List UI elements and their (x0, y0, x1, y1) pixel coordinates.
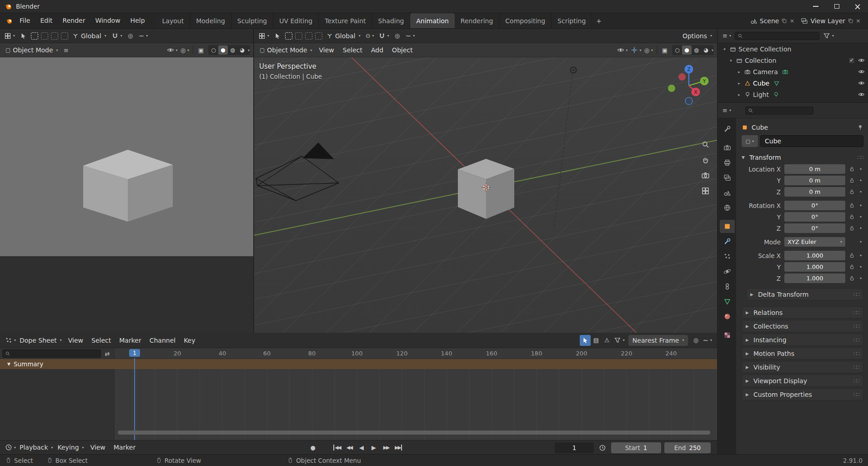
disclosure-icon[interactable]: ▾ (728, 58, 734, 63)
eye-icon[interactable] (858, 91, 865, 98)
unlink-scene-icon[interactable]: × (789, 17, 794, 24)
outliner-row-light[interactable]: ▸ Light (718, 89, 868, 100)
horizontal-scrollbar[interactable] (118, 431, 710, 435)
jump-to-end-button[interactable]: ▶▶ (393, 442, 404, 453)
lock-icon[interactable] (848, 166, 856, 172)
panel-custom-properties[interactable]: ▶ Custom Properties ∷∷ (742, 388, 863, 400)
snap-toggle-button[interactable]: ▾ (377, 30, 391, 41)
select-mode-extend-button[interactable] (41, 32, 48, 40)
channel-filter-button[interactable]: ⇄ (103, 350, 112, 358)
maximize-button[interactable] (826, 0, 847, 13)
tab-modeling[interactable]: Modeling (190, 13, 231, 28)
disclosure-icon[interactable]: ▾ (722, 47, 728, 51)
tab-shading[interactable]: Shading (372, 13, 411, 28)
tab-texture-paint[interactable]: Texture Paint (319, 13, 372, 28)
xray-toggle-button[interactable]: ▣ (659, 45, 670, 56)
eye-icon[interactable] (858, 68, 865, 75)
select-mode-extend-button[interactable] (295, 32, 302, 40)
tab-modifiers[interactable] (720, 235, 735, 248)
auto-keying-button[interactable]: ● (307, 442, 319, 453)
shading-material-button[interactable]: ◍ (228, 46, 237, 55)
next-keyframe-button[interactable]: ▶▶ (381, 442, 392, 453)
animate-dot[interactable]: • (858, 239, 863, 245)
editor-type-button[interactable]: ▾ (257, 30, 271, 41)
tab-view-layer[interactable] (720, 171, 735, 184)
summary-channel-row[interactable]: ▼ Summary (0, 359, 717, 369)
menu-view[interactable]: View (64, 337, 87, 344)
editor-type-button[interactable]: ≡▾ (721, 105, 733, 116)
id-type-button[interactable]: ▢▾ (742, 135, 758, 147)
outliner-row-scene-collection[interactable]: ▾ Scene Collection (718, 43, 868, 55)
menu-select[interactable]: Select (339, 46, 366, 54)
pivot-point-dropdown[interactable]: ⊙▾ (364, 30, 376, 41)
tab-object[interactable] (720, 220, 735, 233)
transform-panel-header[interactable]: ▼ Transform ∷∷ (742, 152, 863, 163)
menu-marker[interactable]: Marker (115, 337, 145, 344)
panel-delta-transform[interactable]: ▶ Delta Transform ∷∷ (746, 288, 863, 300)
rotation-x-field[interactable]: 0° (784, 201, 845, 210)
disclosure-icon[interactable]: ▸ (736, 70, 742, 74)
playhead-frame-badge[interactable]: 1 (129, 349, 140, 357)
show-hidden-toggle[interactable]: ▤ (591, 335, 602, 346)
scale-z-field[interactable]: 1.000 (784, 274, 845, 283)
menu-window[interactable]: Window (90, 13, 125, 28)
animate-dot[interactable]: • (858, 225, 863, 232)
close-button[interactable]: × (847, 0, 868, 13)
tab-material[interactable] (720, 310, 735, 323)
lock-icon[interactable] (848, 214, 856, 220)
menu-key[interactable]: Key (180, 337, 199, 344)
rotation-z-field[interactable]: 0° (784, 223, 845, 233)
gizmo-axis-y-neg[interactable] (668, 85, 675, 92)
eye-icon[interactable] (858, 80, 865, 86)
animate-dot[interactable]: • (858, 177, 863, 184)
editor-type-button[interactable]: ▾ (3, 30, 16, 41)
proportional-falloff-button[interactable]: ~▾ (137, 30, 150, 41)
outside-camera-region[interactable] (0, 256, 253, 333)
orientation-dropdown[interactable]: Global ▾ (324, 32, 363, 40)
add-workspace-button[interactable]: + (592, 13, 606, 28)
select-mode-subtract-button[interactable] (51, 32, 58, 40)
gizmo-axis-z-neg[interactable] (685, 97, 692, 105)
lock-icon[interactable] (848, 275, 856, 281)
play-button[interactable]: ▶ (368, 442, 380, 453)
use-preview-range-button[interactable] (597, 442, 608, 453)
mode-dropdown[interactable]: ▢ Object Mode ▾ (3, 46, 60, 54)
menu-file[interactable]: File (15, 13, 35, 28)
visibility-dropdown[interactable]: ▾ (166, 45, 179, 56)
xray-toggle-button[interactable]: ▣ (196, 45, 206, 56)
proportional-editing-button[interactable]: ◎ (392, 30, 403, 41)
lock-icon[interactable] (848, 225, 856, 231)
options-dropdown[interactable]: Options ▾ (680, 32, 714, 40)
zoom-tool-icon[interactable] (701, 140, 710, 149)
object-name-field[interactable]: Cube (760, 135, 863, 147)
tab-animation[interactable]: Animation (410, 13, 454, 28)
panel-relations[interactable]: ▶ Relations ∷∷ (742, 306, 863, 319)
show-errors-toggle[interactable]: ⚠ (602, 335, 612, 346)
disclosure-icon[interactable]: ▸ (736, 92, 742, 97)
overlays-dropdown[interactable]: ◎▾ (643, 45, 654, 56)
shading-rendered-button[interactable]: ◕ (237, 46, 247, 55)
minimize-button[interactable] (805, 0, 826, 13)
lock-icon[interactable] (848, 203, 856, 208)
channel-search-input[interactable] (12, 350, 98, 357)
snap-toggle-button[interactable]: ▾ (110, 30, 124, 41)
menu-channel[interactable]: Channel (146, 337, 180, 344)
shading-wireframe-button[interactable]: ○ (672, 46, 682, 55)
header-menu-button[interactable]: ≡ (61, 45, 72, 56)
tab-world[interactable] (720, 201, 735, 214)
animate-dot[interactable]: • (858, 275, 863, 282)
tab-texture[interactable] (720, 329, 735, 342)
view-layer-selector[interactable]: View Layer × (801, 17, 861, 25)
gizmos-dropdown[interactable]: ▾ (629, 45, 643, 56)
outliner-search-field[interactable] (735, 32, 819, 40)
navigation-gizmo[interactable]: Z Y X (667, 64, 711, 107)
jump-to-start-button[interactable]: ◀◀ (331, 442, 343, 453)
shading-material-button[interactable]: ◍ (692, 46, 701, 55)
panel-motion-paths[interactable]: ▶ Motion Paths ∷∷ (742, 347, 863, 360)
menu-select[interactable]: Select (87, 337, 115, 344)
tab-sculpting[interactable]: Sculpting (231, 13, 273, 28)
tab-render[interactable] (720, 141, 735, 154)
shading-rendered-button[interactable]: ◕ (701, 46, 711, 55)
select-mode-set-button[interactable] (285, 32, 292, 40)
tab-output[interactable] (720, 156, 735, 169)
